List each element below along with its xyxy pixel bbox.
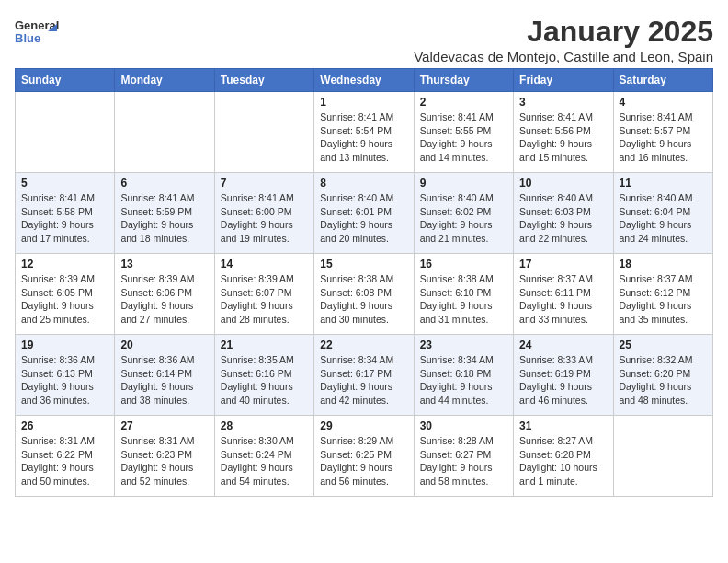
day-number: 13: [120, 258, 208, 270]
day-info: Sunrise: 8:37 AMSunset: 6:11 PMDaylight:…: [519, 272, 607, 327]
day-info: Sunrise: 8:41 AMSunset: 5:55 PMDaylight:…: [420, 110, 507, 165]
calendar-cell: 9Sunrise: 8:40 AMSunset: 6:02 PMDaylight…: [414, 173, 513, 254]
calendar-cell: 5Sunrise: 8:41 AMSunset: 5:58 PMDaylight…: [16, 173, 115, 254]
calendar-cell: 18Sunrise: 8:37 AMSunset: 6:12 PMDayligh…: [613, 254, 712, 335]
day-info: Sunrise: 8:40 AMSunset: 6:01 PMDaylight:…: [320, 191, 407, 246]
calendar-cell: 16Sunrise: 8:38 AMSunset: 6:10 PMDayligh…: [414, 254, 513, 335]
calendar-cell: 4Sunrise: 8:41 AMSunset: 5:57 PMDaylight…: [613, 92, 712, 173]
calendar-cell: [214, 92, 313, 173]
calendar-cell: [613, 416, 712, 497]
day-number: 17: [519, 258, 607, 270]
day-number: 14: [221, 258, 308, 270]
day-info: Sunrise: 8:41 AMSunset: 5:59 PMDaylight:…: [120, 191, 208, 246]
calendar-cell: 17Sunrise: 8:37 AMSunset: 6:11 PMDayligh…: [514, 254, 613, 335]
day-number: 27: [120, 419, 208, 432]
week-row-2: 5Sunrise: 8:41 AMSunset: 5:58 PMDaylight…: [16, 173, 713, 254]
week-row-5: 26Sunrise: 8:31 AMSunset: 6:22 PMDayligh…: [16, 416, 713, 497]
day-info: Sunrise: 8:36 AMSunset: 6:14 PMDaylight:…: [120, 353, 208, 408]
svg-text:Blue: Blue: [15, 31, 40, 45]
calendar-cell: 24Sunrise: 8:33 AMSunset: 6:19 PMDayligh…: [514, 335, 613, 416]
day-number: 1: [320, 96, 407, 109]
day-info: Sunrise: 8:36 AMSunset: 6:13 PMDaylight:…: [21, 353, 108, 408]
calendar-cell: 23Sunrise: 8:34 AMSunset: 6:18 PMDayligh…: [414, 335, 513, 416]
calendar-cell: 14Sunrise: 8:39 AMSunset: 6:07 PMDayligh…: [214, 254, 313, 335]
calendar-cell: 15Sunrise: 8:38 AMSunset: 6:08 PMDayligh…: [314, 254, 414, 335]
day-number: 18: [620, 258, 707, 270]
day-info: Sunrise: 8:41 AMSunset: 5:58 PMDaylight:…: [21, 191, 108, 246]
calendar-cell: 1Sunrise: 8:41 AMSunset: 5:54 PMDaylight…: [314, 92, 414, 173]
day-number: 12: [21, 258, 108, 270]
day-info: Sunrise: 8:38 AMSunset: 6:10 PMDaylight:…: [420, 272, 507, 327]
day-number: 25: [620, 339, 707, 351]
header-friday: Friday: [514, 69, 613, 92]
day-info: Sunrise: 8:29 AMSunset: 6:25 PMDaylight:…: [320, 434, 407, 488]
day-number: 16: [420, 258, 507, 270]
day-number: 31: [519, 419, 607, 432]
day-info: Sunrise: 8:32 AMSunset: 6:20 PMDaylight:…: [620, 353, 707, 408]
calendar-cell: 13Sunrise: 8:39 AMSunset: 6:06 PMDayligh…: [115, 254, 214, 335]
calendar-cell: 27Sunrise: 8:31 AMSunset: 6:23 PMDayligh…: [115, 416, 214, 497]
day-number: 30: [420, 419, 507, 432]
week-row-1: 1Sunrise: 8:41 AMSunset: 5:54 PMDaylight…: [16, 92, 713, 173]
day-info: Sunrise: 8:30 AMSunset: 6:24 PMDaylight:…: [221, 434, 308, 488]
logo-svg: General Blue: [15, 15, 61, 53]
day-number: 5: [21, 177, 108, 190]
day-number: 10: [519, 177, 607, 190]
day-number: 15: [320, 258, 407, 270]
calendar-cell: 6Sunrise: 8:41 AMSunset: 5:59 PMDaylight…: [115, 173, 214, 254]
header-wednesday: Wednesday: [314, 69, 414, 92]
logo: General Blue: [15, 15, 61, 53]
day-info: Sunrise: 8:38 AMSunset: 6:08 PMDaylight:…: [320, 272, 407, 327]
calendar-cell: 7Sunrise: 8:41 AMSunset: 6:00 PMDaylight…: [214, 173, 313, 254]
day-number: 23: [420, 339, 507, 351]
calendar-cell: 21Sunrise: 8:35 AMSunset: 6:16 PMDayligh…: [214, 335, 313, 416]
day-info: Sunrise: 8:27 AMSunset: 6:28 PMDaylight:…: [519, 434, 607, 488]
calendar-cell: [16, 92, 115, 173]
day-number: 7: [221, 177, 308, 190]
calendar-cell: 3Sunrise: 8:41 AMSunset: 5:56 PMDaylight…: [514, 92, 613, 173]
header-monday: Monday: [115, 69, 214, 92]
day-info: Sunrise: 8:37 AMSunset: 6:12 PMDaylight:…: [620, 272, 707, 327]
header-tuesday: Tuesday: [214, 69, 313, 92]
day-info: Sunrise: 8:40 AMSunset: 6:04 PMDaylight:…: [620, 191, 707, 246]
calendar-header-row: SundayMondayTuesdayWednesdayThursdayFrid…: [16, 69, 713, 92]
day-number: 21: [221, 339, 308, 351]
day-info: Sunrise: 8:41 AMSunset: 6:00 PMDaylight:…: [221, 191, 308, 246]
day-number: 4: [620, 96, 707, 109]
calendar-cell: 8Sunrise: 8:40 AMSunset: 6:01 PMDaylight…: [314, 173, 414, 254]
calendar-cell: [115, 92, 214, 173]
day-info: Sunrise: 8:31 AMSunset: 6:22 PMDaylight:…: [21, 434, 108, 488]
day-number: 3: [519, 96, 607, 109]
title-block: January 2025 Valdevacas de Montejo, Cast…: [414, 15, 713, 64]
page-header: General Blue January 2025 Valdevacas de …: [15, 15, 713, 64]
day-info: Sunrise: 8:40 AMSunset: 6:03 PMDaylight:…: [519, 191, 607, 246]
calendar-cell: 25Sunrise: 8:32 AMSunset: 6:20 PMDayligh…: [613, 335, 712, 416]
day-info: Sunrise: 8:41 AMSunset: 5:56 PMDaylight:…: [519, 110, 607, 165]
day-info: Sunrise: 8:41 AMSunset: 5:57 PMDaylight:…: [620, 110, 707, 165]
day-number: 2: [420, 96, 507, 109]
calendar-cell: 31Sunrise: 8:27 AMSunset: 6:28 PMDayligh…: [514, 416, 613, 497]
day-number: 6: [120, 177, 208, 190]
calendar-cell: 29Sunrise: 8:29 AMSunset: 6:25 PMDayligh…: [314, 416, 414, 497]
day-info: Sunrise: 8:39 AMSunset: 6:06 PMDaylight:…: [120, 272, 208, 327]
day-number: 28: [221, 419, 308, 432]
calendar-table: SundayMondayTuesdayWednesdayThursdayFrid…: [15, 68, 713, 497]
day-info: Sunrise: 8:34 AMSunset: 6:17 PMDaylight:…: [320, 353, 407, 408]
day-info: Sunrise: 8:34 AMSunset: 6:18 PMDaylight:…: [420, 353, 507, 408]
day-info: Sunrise: 8:28 AMSunset: 6:27 PMDaylight:…: [420, 434, 507, 488]
subtitle: Valdevacas de Montejo, Castille and Leon…: [414, 49, 713, 64]
day-info: Sunrise: 8:35 AMSunset: 6:16 PMDaylight:…: [221, 353, 308, 408]
header-sunday: Sunday: [16, 69, 115, 92]
calendar-cell: 20Sunrise: 8:36 AMSunset: 6:14 PMDayligh…: [115, 335, 214, 416]
day-info: Sunrise: 8:31 AMSunset: 6:23 PMDaylight:…: [120, 434, 208, 488]
calendar-cell: 22Sunrise: 8:34 AMSunset: 6:17 PMDayligh…: [314, 335, 414, 416]
calendar-cell: 11Sunrise: 8:40 AMSunset: 6:04 PMDayligh…: [613, 173, 712, 254]
day-number: 24: [519, 339, 607, 351]
day-number: 29: [320, 419, 407, 432]
calendar-cell: 19Sunrise: 8:36 AMSunset: 6:13 PMDayligh…: [16, 335, 115, 416]
day-number: 9: [420, 177, 507, 190]
calendar-cell: 2Sunrise: 8:41 AMSunset: 5:55 PMDaylight…: [414, 92, 513, 173]
day-number: 19: [21, 339, 108, 351]
month-title: January 2025: [414, 15, 713, 49]
day-info: Sunrise: 8:41 AMSunset: 5:54 PMDaylight:…: [320, 110, 407, 165]
